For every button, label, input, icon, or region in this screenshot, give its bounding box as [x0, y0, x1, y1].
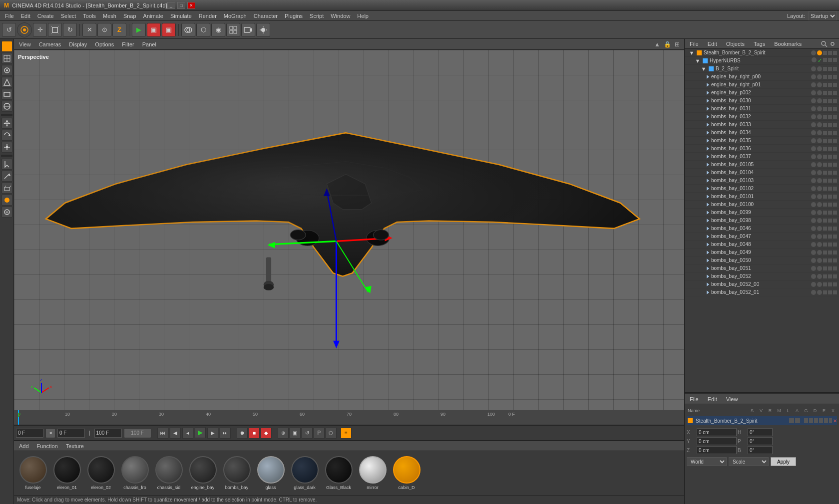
obj-vis-dot[interactable]	[811, 50, 816, 55]
current-frame-input[interactable]	[16, 429, 43, 438]
material-fuselaje[interactable]: fuselaje	[18, 456, 48, 490]
extrude-tool-side[interactable]	[1, 183, 12, 194]
vp-icon-expand[interactable]: ⊞	[673, 40, 681, 48]
vp-menu-panel[interactable]: Panel	[140, 40, 158, 48]
material-bombs-bay[interactable]: bombs_bay	[222, 456, 252, 490]
knife-tool-side[interactable]	[1, 171, 12, 182]
smooth-button[interactable]: ◉	[211, 23, 225, 37]
obj-item-bb102[interactable]: bombs_bay_00102	[685, 185, 839, 193]
vp-menu-filter[interactable]: Filter	[120, 40, 136, 48]
obj-item-ep2[interactable]: engine_bay_p002	[685, 89, 839, 97]
pos-y-input[interactable]	[697, 437, 737, 445]
add-button[interactable]: ✛	[33, 23, 47, 37]
material-chassis-fro[interactable]: chassis_fro	[120, 456, 150, 490]
obj-menu-edit[interactable]: Edit	[706, 40, 719, 47]
poly-tool[interactable]	[1, 89, 12, 100]
pos-z-input[interactable]	[697, 446, 737, 454]
rot-h-input[interactable]	[748, 428, 773, 436]
obj-item-hypernurbs[interactable]: ▼ HyperNURBS ✓	[685, 57, 839, 65]
boole-button[interactable]	[181, 23, 195, 37]
material-eleron02[interactable]: eleron_02	[86, 456, 116, 490]
obj-item-bb36[interactable]: bombs_bay_0036	[685, 145, 839, 153]
attr-selected-row[interactable]: Stealth_Bomber_B_2_Spirit ✕	[687, 416, 837, 425]
record-button[interactable]: ⏺	[237, 428, 248, 439]
obj-item-ebr0[interactable]: engine_bay_right_p00	[685, 73, 839, 81]
menu-select[interactable]: Select	[58, 12, 79, 20]
menu-snap[interactable]: Snap	[120, 12, 139, 20]
timeline-ruler[interactable]: 0 10 20 30 40 50 60 70 80 90 100 0 F	[14, 410, 684, 425]
obj-item-b2spirit[interactable]: ▼ B_2_Spirit	[685, 65, 839, 73]
light-button[interactable]	[256, 23, 270, 37]
obj-item-bb30[interactable]: bombs_bay_0030	[685, 97, 839, 105]
obj-item-bb52_00[interactable]: bombs_bay_0052_00	[685, 280, 839, 288]
material-chassis-sid[interactable]: chassis_sid	[154, 456, 184, 490]
obj-item-bb98[interactable]: bombs_bay_0098	[685, 217, 839, 225]
select-tool-side[interactable]	[1, 159, 12, 170]
texture-mode-tool[interactable]	[1, 53, 12, 64]
goto-start-button[interactable]: ⏮	[157, 428, 168, 439]
motion-btn1[interactable]: ⊕	[278, 428, 289, 439]
obj-item-bb31[interactable]: bombs_bay_0031	[685, 105, 839, 113]
obj-menu-tags[interactable]: Tags	[752, 40, 767, 47]
pos-x-input[interactable]	[697, 428, 737, 436]
attr-menu-edit[interactable]: Edit	[706, 396, 719, 403]
menu-character[interactable]: Character	[251, 12, 281, 20]
obj-item-bb35[interactable]: bombs_bay_0035	[685, 137, 839, 145]
vp-menu-options[interactable]: Options	[93, 40, 116, 48]
tag-paint-tool[interactable]	[1, 207, 12, 218]
menu-plugins[interactable]: Plugins	[282, 12, 306, 20]
cube-button[interactable]	[48, 23, 62, 37]
end-frame-input[interactable]	[94, 429, 122, 438]
obj-item-bb46[interactable]: bombs_bay_0046	[685, 225, 839, 233]
step-back-button[interactable]: ◀	[170, 428, 181, 439]
obj-item-bb47[interactable]: bombs_bay_0047	[685, 233, 839, 241]
obj-item-bb99[interactable]: bombs_bay_0099	[685, 209, 839, 217]
obj-item-bb50[interactable]: bombs_bay_0050	[685, 256, 839, 264]
rot-b-input[interactable]	[748, 446, 773, 454]
menu-edit[interactable]: Edit	[18, 12, 33, 20]
obj-item-stealth[interactable]: ▼ Stealth_Bomber_B_2_Spirit	[685, 49, 839, 57]
model-mode-tool[interactable]	[1, 41, 12, 52]
rotate-tool-side[interactable]	[1, 130, 12, 141]
vp-menu-cameras[interactable]: Cameras	[37, 40, 63, 48]
extrude-button[interactable]: ⬡	[196, 23, 210, 37]
obj-item-bb103[interactable]: bombs_bay_00103	[685, 177, 839, 185]
layout-select[interactable]: Startup	[808, 11, 837, 20]
menu-window[interactable]: Window	[328, 12, 353, 20]
obj-item-bb49[interactable]: bombs_bay_0049	[685, 249, 839, 256]
obj-item-bb33[interactable]: bombs_bay_0033	[685, 121, 839, 129]
close-button[interactable]: ✕	[187, 2, 195, 9]
frame-minus-button[interactable]: ◄	[45, 428, 55, 438]
viewport-3d[interactable]: Perspective	[14, 50, 684, 410]
step-forward-button[interactable]: ▶	[207, 428, 218, 439]
uv-tool[interactable]	[1, 101, 12, 112]
obj-vis-dot3[interactable]	[811, 66, 816, 71]
obj-item-ebr1[interactable]: engine_bay_right_p01	[685, 81, 839, 89]
material-eleron01[interactable]: eleron_01	[52, 456, 82, 490]
obj-item-bb48[interactable]: bombs_bay_0048	[685, 241, 839, 249]
mat-menu-add[interactable]: Add	[17, 443, 31, 450]
play-forward-button[interactable]: ▶	[195, 427, 206, 438]
motion-btn3[interactable]: ↺	[302, 428, 313, 439]
render-button[interactable]: ▣	[147, 23, 161, 37]
attr-menu-view[interactable]: View	[724, 396, 740, 403]
obj-render-dot[interactable]	[817, 50, 822, 55]
obj-search-icon[interactable]	[821, 40, 828, 47]
menu-script[interactable]: Script	[307, 12, 327, 20]
render2-button[interactable]: ▣	[162, 23, 176, 37]
maximize-button[interactable]: □	[177, 2, 185, 9]
obj-menu-objects[interactable]: Objects	[724, 40, 747, 47]
material-mirror[interactable]: mirror	[358, 456, 388, 490]
menu-mograph[interactable]: MoGraph	[221, 12, 250, 20]
obj-item-bb100[interactable]: bombs_bay_00100	[685, 201, 839, 209]
menu-mesh[interactable]: Mesh	[100, 12, 119, 20]
obj-item-bb34[interactable]: bombs_bay_0034	[685, 129, 839, 137]
camera-button[interactable]	[241, 23, 255, 37]
timeline-mode-btn[interactable]: ≡	[341, 428, 352, 439]
grid-button[interactable]	[226, 23, 240, 37]
motion-btn5[interactable]: ⬡	[326, 428, 337, 439]
vp-icon-up[interactable]: ▲	[653, 40, 661, 48]
vp-menu-view[interactable]: View	[17, 40, 33, 48]
material-glass-dark[interactable]: glass_dark	[290, 456, 320, 490]
stop-button[interactable]: ■	[249, 428, 260, 439]
